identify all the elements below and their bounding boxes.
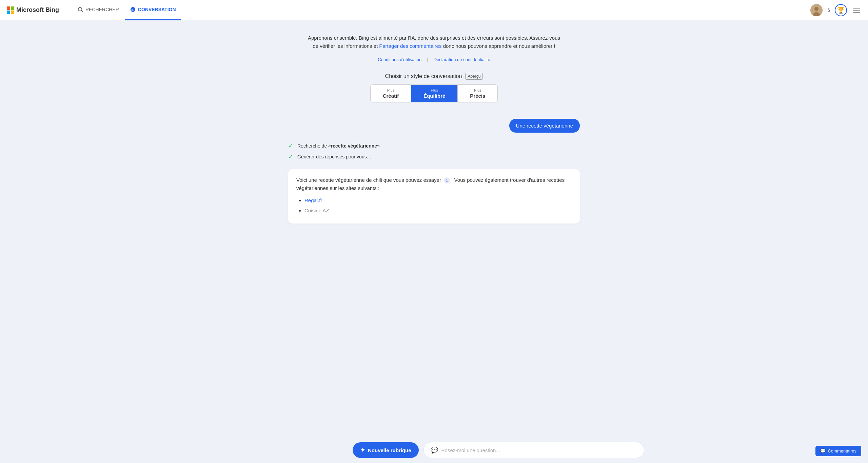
- search-icon: [77, 6, 83, 13]
- info-banner: Apprenons ensemble. Bing est alimenté pa…: [305, 34, 563, 50]
- style-option-precis[interactable]: Plus Précis: [458, 85, 497, 102]
- response-link-cuisine-az[interactable]: Cuisine AZ: [304, 208, 329, 213]
- new-topic-icon: ✦: [360, 446, 365, 454]
- svg-point-5: [814, 7, 818, 11]
- nav-tabs: RECHERCHER B CONVERSATION: [73, 0, 181, 20]
- logo-sq2: [11, 6, 14, 10]
- chat-input-placeholder: Posez-moi une question...: [441, 447, 500, 453]
- response-links-list: Regal.fr Cuisine AZ: [296, 196, 572, 215]
- search-steps: ✓ Recherche de «recette végétarienne» ✓ …: [288, 142, 580, 164]
- user-message-row: Une recette végétarienne: [288, 119, 580, 133]
- header-right: 6 🏆: [810, 4, 861, 16]
- tab-rechercher[interactable]: RECHERCHER: [73, 0, 124, 20]
- new-topic-button[interactable]: ✦ Nouvelle rubrique: [353, 442, 419, 458]
- terms-link[interactable]: Conditions d'utilisation: [378, 57, 421, 62]
- main-content: Apprenons ensemble. Bing est alimenté pa…: [281, 20, 587, 463]
- style-selector: Choisir un style de conversation Aperçu …: [370, 73, 498, 102]
- hamburger-line-3: [853, 12, 860, 13]
- response-box: Voici une recette végétarienne de chili …: [288, 169, 580, 224]
- logo-sq1: [7, 6, 10, 10]
- chat-input-area[interactable]: 💬 Posez-moi une question...: [423, 442, 644, 458]
- share-feedback-link[interactable]: Partager des commentaires: [379, 43, 441, 49]
- badge-count: 6: [827, 7, 830, 13]
- search-step-2: ✓ Générer des réponses pour vous…: [288, 153, 580, 160]
- svg-line-1: [81, 11, 83, 12]
- apercu-badge: Aperçu: [465, 73, 483, 80]
- feedback-icon: 💬: [820, 448, 826, 454]
- links-row: Conditions d'utilisation | Déclaration d…: [378, 57, 490, 62]
- search-step-1: ✓ Recherche de «recette végétarienne»: [288, 142, 580, 150]
- bing-logo-text: Microsoft Bing: [16, 6, 59, 14]
- logo-sq4: [11, 11, 14, 14]
- style-option-creatif[interactable]: Plus Créatif: [371, 85, 412, 102]
- bing-logo[interactable]: Microsoft Bing: [7, 6, 59, 14]
- menu-button[interactable]: [852, 6, 861, 14]
- response-link-regal[interactable]: Regal.fr: [304, 197, 322, 203]
- feedback-button[interactable]: 💬 Commentaires: [815, 446, 861, 456]
- list-item: Regal.fr: [304, 196, 572, 205]
- style-label-row: Choisir un style de conversation Aperçu: [385, 73, 483, 80]
- svg-text:B: B: [131, 8, 134, 12]
- avatar-image: [810, 4, 823, 16]
- check-icon-2: ✓: [288, 153, 293, 160]
- header: Microsoft Bing RECHERCHER B CONVERSATION: [0, 0, 868, 20]
- chat-icon: B: [130, 6, 136, 13]
- links-divider: |: [427, 57, 428, 62]
- hamburger-line-2: [853, 10, 860, 11]
- list-item: Cuisine AZ: [304, 207, 572, 215]
- logo-sq3: [7, 11, 10, 14]
- check-icon-1: ✓: [288, 142, 293, 150]
- response-intro: Voici une recette végétarienne de chili …: [296, 176, 572, 192]
- avatar[interactable]: [810, 4, 823, 16]
- svg-point-0: [78, 7, 82, 11]
- user-bubble: Une recette végétarienne: [509, 119, 580, 133]
- style-options: Plus Créatif Plus Équilibré Plus Précis: [370, 84, 498, 102]
- hamburger-line-1: [853, 8, 860, 8]
- style-option-equilibre[interactable]: Plus Équilibré: [411, 85, 458, 102]
- trophy-button[interactable]: 🏆: [835, 4, 847, 16]
- search-bold-term: recette végétarienne: [331, 143, 377, 149]
- bing-logo-squares: [7, 6, 14, 14]
- ref-badge-1: 1: [444, 177, 450, 184]
- chat-input-icon: 💬: [431, 446, 438, 454]
- tab-conversation[interactable]: B CONVERSATION: [125, 0, 181, 20]
- privacy-link[interactable]: Déclaration de confidentialité: [434, 57, 490, 62]
- bottom-bar: ✦ Nouvelle rubrique 💬 Posez-moi une ques…: [346, 437, 651, 463]
